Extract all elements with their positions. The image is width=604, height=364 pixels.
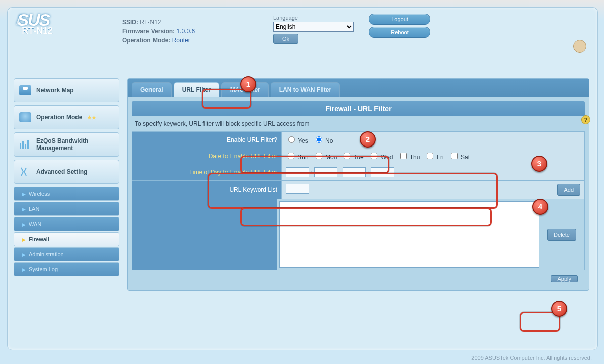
day-sun[interactable]: Sun: [286, 154, 309, 161]
content-box: General URL Filter MAC Filter LAN to WAN…: [127, 78, 589, 291]
asus-logo: SUS: [17, 13, 122, 27]
ssid-info: SSID: RT-N12 Firmware Version: 1.0.0.6 O…: [122, 11, 273, 45]
svg-rect-2: [25, 144, 26, 149]
day-fri[interactable]: Fri: [425, 154, 443, 161]
language-select[interactable]: English: [273, 22, 354, 32]
main-frame: SUS RT-N12 SSID: RT-N12 Firmware Version…: [7, 7, 598, 350]
sidebar-sub-administration[interactable]: ▶Administration: [14, 247, 119, 261]
delete-wrap: Delete: [539, 199, 584, 270]
page-title: Firewall - URL Filter: [132, 101, 585, 116]
sidebar-sub-wireless[interactable]: ▶Wireless: [14, 187, 119, 201]
arrow-icon: ▶: [22, 222, 26, 227]
delete-button[interactable]: Delete: [547, 229, 576, 241]
arrow-icon: ▶: [22, 267, 26, 272]
checkbox-wed[interactable]: [371, 153, 378, 159]
sidebar-item-label: LAN: [29, 206, 39, 212]
help-icon[interactable]: ?: [581, 115, 590, 124]
svg-rect-3: [27, 140, 29, 149]
checkbox-sat[interactable]: [451, 153, 458, 159]
checkbox-sun[interactable]: [288, 153, 294, 159]
checkbox-mon[interactable]: [316, 153, 322, 159]
firmware-link[interactable]: 1.0.0.6: [176, 28, 195, 35]
star-icon: ★★: [87, 115, 96, 120]
keyword-list-block: Delete: [132, 199, 584, 270]
radio-yes[interactable]: [288, 136, 295, 143]
callout-5-box: [520, 312, 560, 332]
tab-url-filter[interactable]: URL Filter: [174, 82, 219, 97]
day-tue[interactable]: Tue: [342, 154, 363, 161]
enable-yes[interactable]: Yes: [286, 137, 308, 144]
arrow-icon: ▶: [22, 192, 26, 197]
radio-no[interactable]: [316, 136, 322, 143]
sidebar-item-label: Operation Mode: [36, 114, 82, 121]
time-to-m[interactable]: [371, 167, 394, 177]
days-row: Sun Mon Tue Wed Thu Fri Sat: [282, 148, 585, 164]
tab-mac-filter[interactable]: MAC Filter: [221, 82, 269, 97]
sidebar-sub-wan[interactable]: ▶WAN: [14, 217, 119, 231]
reboot-button[interactable]: Reboot: [369, 27, 430, 38]
day-mon[interactable]: Mon: [314, 154, 337, 161]
arrow-icon: ▶: [22, 207, 26, 212]
enable-no[interactable]: No: [313, 137, 333, 144]
action-buttons: Logout Reboot: [369, 11, 444, 40]
enable-filter-value: Yes No: [282, 132, 585, 148]
sidebar-item-label: Advanced Setting: [36, 168, 87, 175]
ssid-value: RT-N12: [140, 19, 161, 26]
model-name: RT-N12: [22, 26, 122, 36]
language-ok-button[interactable]: Ok: [273, 34, 298, 44]
logout-button[interactable]: Logout: [369, 14, 430, 25]
sidebar-item-label: Network Map: [36, 87, 74, 94]
day-sat[interactable]: Sat: [449, 154, 470, 161]
sidebar-item-label: System Log: [29, 266, 58, 272]
keyword-row: Add: [282, 181, 585, 199]
svg-rect-1: [22, 141, 24, 149]
sidebar-item-advanced[interactable]: Advanced Setting: [14, 160, 119, 184]
sidebar-item-ezqos[interactable]: EzQoS Bandwidth Management: [14, 132, 119, 157]
content: General URL Filter MAC Filter LAN to WAN…: [127, 78, 589, 291]
clock-icon: [573, 40, 586, 53]
sidebar-item-label: Administration: [29, 251, 64, 257]
enable-filter-label: Enable URL Filter?: [132, 132, 282, 148]
tab-general[interactable]: General: [132, 82, 172, 97]
sidebar-sub-lan[interactable]: ▶LAN: [14, 202, 119, 216]
sidebar-sub-firewall[interactable]: ▶Firewall: [14, 232, 119, 246]
checkbox-thu[interactable]: [400, 153, 407, 159]
checkbox-tue[interactable]: [344, 153, 350, 159]
equalizer-icon: [19, 139, 31, 150]
day-wed[interactable]: Wed: [369, 154, 393, 161]
router-icon: [19, 112, 31, 122]
time-from-h[interactable]: [286, 167, 309, 177]
time-from-m[interactable]: [314, 167, 337, 177]
sidebar: Network Map Operation Mode ★★ EzQoS Band…: [14, 78, 119, 277]
footer-copyright: 2009 ASUSTek Computer Inc. All rights re…: [471, 355, 592, 361]
add-button[interactable]: Add: [557, 184, 580, 196]
tools-icon: [19, 167, 31, 177]
page-description: To specify keywork, URL filter will bloc…: [128, 116, 589, 131]
opmode-link[interactable]: Router: [172, 37, 190, 44]
day-thu[interactable]: Thu: [398, 154, 420, 161]
time-to-h[interactable]: [343, 167, 366, 177]
keyword-input[interactable]: [286, 184, 309, 194]
callout-5-badge: 5: [551, 301, 567, 317]
sidebar-item-label: Wireless: [29, 191, 50, 197]
form-table: Enable URL Filter? Yes No Date to Enable…: [132, 131, 585, 270]
network-icon: [19, 85, 31, 95]
kw-pad: [132, 199, 277, 270]
language-label: Language: [273, 15, 369, 21]
time-label: Time of Day to Enable URL Filter: [132, 164, 282, 181]
arrow-icon: ▶: [22, 237, 26, 242]
keyword-list[interactable]: [279, 201, 539, 268]
arrow-icon: ▶: [22, 252, 26, 257]
tab-lan-to-wan[interactable]: LAN to WAN Filter: [271, 82, 340, 97]
logo-block: SUS RT-N12: [17, 11, 122, 36]
apply-button[interactable]: Apply: [551, 275, 578, 282]
sidebar-sublist: ▶Wireless ▶LAN ▶WAN ▶Firewall ▶Administr…: [14, 187, 119, 276]
ssid-label: SSID:: [122, 19, 138, 26]
fw-label: Firmware Version:: [122, 28, 175, 35]
checkbox-fri[interactable]: [427, 153, 433, 159]
sidebar-item-network-map[interactable]: Network Map: [14, 78, 119, 102]
sidebar-item-label: Firewall: [29, 236, 49, 242]
sidebar-item-operation-mode[interactable]: Operation Mode ★★: [14, 105, 119, 129]
sidebar-sub-systemlog[interactable]: ▶System Log: [14, 262, 119, 276]
sidebar-item-label: WAN: [29, 221, 41, 227]
